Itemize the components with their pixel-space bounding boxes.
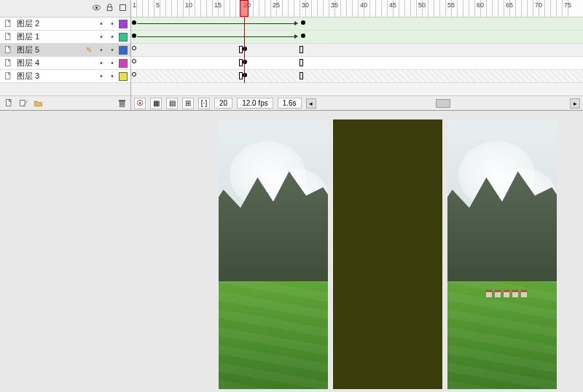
ruler-tick[interactable]	[230, 0, 236, 17]
frame-marker[interactable]	[300, 59, 303, 66]
keyframe[interactable]	[301, 20, 305, 25]
layer-row[interactable]: 图层 1 • •	[0, 31, 130, 44]
ruler-tick[interactable]	[347, 0, 353, 17]
keyframe[interactable]	[243, 73, 247, 77]
track-row[interactable]	[131, 17, 583, 31]
scroll-thumb[interactable]	[436, 99, 450, 108]
timeline-tracks[interactable]	[131, 17, 583, 83]
tween-span[interactable]	[137, 23, 297, 24]
visibility-dot[interactable]: •	[97, 46, 106, 54]
ruler-tick[interactable]	[195, 0, 201, 17]
ruler-tick[interactable]	[178, 0, 184, 17]
layer-color-swatch[interactable]	[119, 46, 128, 55]
new-layer-button[interactable]	[3, 98, 15, 109]
layer-row[interactable]: 图层 3 • •	[0, 70, 130, 83]
ruler-tick[interactable]	[399, 0, 405, 17]
ruler-tick[interactable]	[504, 0, 510, 17]
ruler-tick[interactable]	[224, 0, 230, 17]
ruler-tick[interactable]	[300, 0, 306, 17]
ruler-tick[interactable]	[154, 0, 160, 17]
frame-marker[interactable]	[300, 72, 303, 79]
lock-dot[interactable]: •	[108, 20, 117, 28]
ruler-tick[interactable]	[242, 0, 248, 17]
onion-skin-button[interactable]: ▦	[150, 98, 162, 109]
visibility-dot[interactable]: •	[97, 59, 106, 67]
lock-icon[interactable]	[104, 3, 114, 14]
keyframe-hollow[interactable]	[132, 46, 136, 50]
ruler-tick[interactable]	[341, 0, 347, 17]
frame-marker[interactable]	[300, 46, 303, 53]
ruler-tick[interactable]	[166, 0, 172, 17]
ruler-tick[interactable]	[528, 0, 533, 17]
ruler-tick[interactable]	[545, 0, 551, 17]
layer-row[interactable]: 图层 4 • •	[0, 57, 130, 70]
ruler-tick[interactable]	[376, 0, 382, 17]
ruler-tick[interactable]	[417, 0, 423, 17]
track-row[interactable]	[131, 57, 583, 70]
keyframe[interactable]	[132, 20, 136, 25]
ruler-tick[interactable]	[452, 0, 458, 17]
scroll-right-button[interactable]: ▸	[570, 98, 580, 109]
stage-area[interactable]	[0, 111, 583, 392]
ruler-tick[interactable]	[201, 0, 207, 17]
layer-color-swatch[interactable]	[119, 59, 128, 68]
stage-scene-panel[interactable]	[219, 119, 328, 389]
outline-icon[interactable]	[117, 3, 128, 14]
lock-dot[interactable]: •	[108, 59, 117, 67]
ruler-tick[interactable]	[137, 0, 143, 17]
scroll-left-button[interactable]: ◂	[306, 98, 316, 109]
ruler-tick[interactable]	[324, 0, 329, 17]
ruler-tick[interactable]	[283, 0, 289, 17]
ruler-tick[interactable]	[516, 0, 522, 17]
modify-markers-button[interactable]: [·]	[198, 98, 210, 109]
ruler-tick[interactable]	[306, 0, 312, 17]
visibility-dot[interactable]: •	[97, 72, 106, 80]
edit-multiple-button[interactable]: ⊞	[182, 98, 194, 109]
eye-icon[interactable]	[91, 3, 101, 14]
layer-color-swatch[interactable]	[119, 20, 128, 28]
ruler-tick[interactable]	[440, 0, 446, 17]
ruler-tick[interactable]	[359, 0, 364, 17]
visibility-dot[interactable]: •	[97, 20, 106, 28]
ruler-tick[interactable]	[475, 0, 481, 17]
track-row[interactable]	[131, 70, 583, 83]
ruler-tick[interactable]	[149, 0, 154, 17]
layer-color-swatch[interactable]	[119, 72, 128, 81]
ruler-tick[interactable]	[382, 0, 388, 17]
ruler-tick[interactable]	[539, 0, 545, 17]
ruler-tick[interactable]	[248, 0, 254, 17]
ruler-tick[interactable]	[219, 0, 224, 17]
visibility-dot[interactable]: •	[97, 33, 106, 41]
ruler-tick[interactable]	[487, 0, 493, 17]
layer-row[interactable]: 图层 5 ✎ • •	[0, 44, 130, 57]
ruler-tick[interactable]	[481, 0, 487, 17]
ruler-tick[interactable]	[364, 0, 370, 17]
ruler-tick[interactable]	[446, 0, 452, 17]
ruler-tick[interactable]	[236, 0, 242, 17]
ruler-tick[interactable]	[370, 0, 376, 17]
ruler-tick[interactable]	[498, 0, 504, 17]
ruler-tick[interactable]	[318, 0, 324, 17]
ruler-tick[interactable]	[289, 0, 294, 17]
keyframe[interactable]	[243, 60, 247, 64]
ruler-tick[interactable]	[463, 0, 469, 17]
stage-scene-panel[interactable]	[447, 119, 557, 389]
ruler-tick[interactable]	[394, 0, 399, 17]
ruler-tick[interactable]	[131, 0, 137, 17]
ruler-tick[interactable]	[207, 0, 213, 17]
keyframe[interactable]	[132, 34, 136, 38]
delete-layer-button[interactable]	[116, 98, 128, 109]
ruler-tick[interactable]	[312, 0, 318, 17]
ruler-tick[interactable]	[388, 0, 394, 17]
stage-olive-panel[interactable]	[333, 119, 442, 389]
ruler-tick[interactable]	[563, 0, 568, 17]
center-frame-button[interactable]: ⦿	[134, 98, 146, 109]
ruler-tick[interactable]	[423, 0, 429, 17]
ruler-tick[interactable]	[189, 0, 195, 17]
ruler-tick[interactable]	[213, 0, 219, 17]
ruler-tick[interactable]	[277, 0, 283, 17]
lock-dot[interactable]: •	[108, 46, 117, 54]
keyframe[interactable]	[301, 34, 305, 38]
ruler-tick[interactable]	[143, 0, 149, 17]
ruler-tick[interactable]	[335, 0, 341, 17]
